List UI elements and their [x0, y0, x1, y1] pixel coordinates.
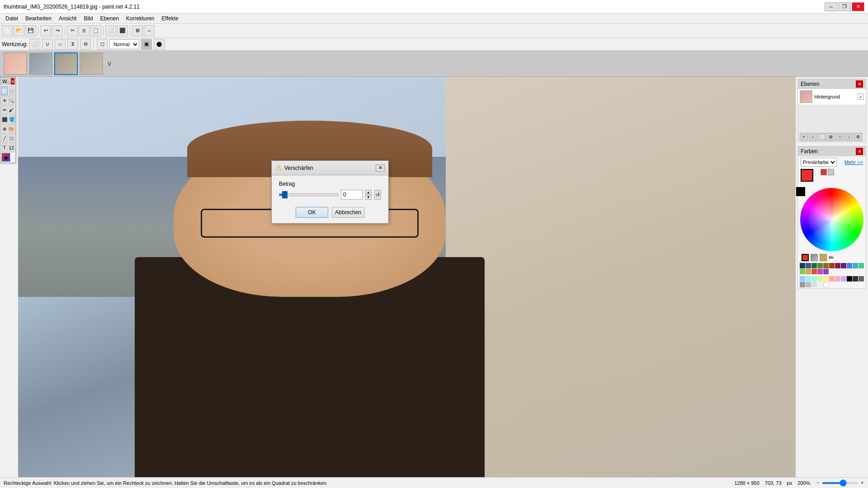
text-tool[interactable]: T — [1, 143, 8, 152]
crop-btn[interactable]: ⬛ — [117, 25, 128, 36]
toolbox-close[interactable]: ✕ — [11, 78, 14, 84]
color-type-select[interactable]: Primärfarbe — [801, 158, 837, 167]
tool-minus[interactable]: ⊖ — [80, 39, 91, 50]
pal-swatch-20[interactable] — [823, 276, 829, 282]
betrag-slider[interactable] — [279, 193, 338, 196]
pal-swatch-2[interactable] — [811, 263, 817, 268]
menu-datei[interactable]: Datei — [2, 14, 22, 23]
shape-tool[interactable]: ⬡ — [9, 134, 15, 143]
pal-swatch-14[interactable] — [817, 269, 823, 274]
dialog-ok-button[interactable]: OK — [296, 207, 328, 218]
zoom-tool[interactable]: 🔍 — [8, 96, 14, 105]
menu-effekte[interactable]: Effekte — [158, 14, 182, 23]
color-wheel[interactable] — [800, 188, 863, 251]
blend-mode-select[interactable]: Normal — [109, 39, 139, 49]
minimize-button[interactable]: ─ — [825, 2, 837, 11]
dialog-cancel-button[interactable]: Abbrechen — [332, 207, 364, 218]
pal-swatch-15[interactable] — [823, 269, 829, 274]
pal-swatch-13[interactable] — [811, 269, 817, 274]
paste-btn[interactable]: 📋 — [90, 25, 101, 36]
pal-swatch-8[interactable] — [847, 263, 852, 268]
feather-icon[interactable]: ◻ — [97, 39, 108, 50]
layer-prop-btn[interactable]: ⚙ — [854, 133, 862, 141]
grid-btn[interactable]: ⊞ — [132, 25, 143, 36]
pal-swatch-29[interactable] — [811, 282, 817, 287]
pal-swatch-28[interactable] — [806, 282, 811, 287]
pal-swatch-17[interactable] — [806, 276, 811, 282]
recolor-tool[interactable]: 🎨 — [8, 124, 14, 133]
close-button[interactable]: ✕ — [852, 2, 864, 11]
tan-swatch[interactable] — [820, 254, 827, 261]
pencil-tool[interactable]: ✏ — [1, 105, 8, 114]
reset-btn[interactable]: ↺ — [374, 190, 382, 200]
layer-row-background[interactable]: Hintergrund ✓ — [798, 89, 866, 105]
tool-rect[interactable]: ⬜ — [29, 39, 40, 50]
pal-swatch-12[interactable] — [806, 269, 811, 274]
pal-swatch-9[interactable] — [853, 263, 858, 268]
quick-swatch-red[interactable] — [821, 169, 827, 175]
pal-swatch-24[interactable] — [847, 276, 852, 282]
layer-down-btn[interactable]: ↓ — [845, 133, 853, 141]
pal-swatch-22[interactable] — [835, 276, 840, 282]
menu-bearbeiten[interactable]: Bearbeiten — [22, 14, 55, 23]
paint-bucket-tool[interactable]: 🪣 — [9, 115, 15, 124]
pal-swatch-1[interactable] — [806, 263, 811, 268]
zoom-out-btn[interactable]: − — [816, 480, 820, 485]
strip-thumb-3[interactable] — [54, 52, 78, 75]
menu-bild[interactable]: Bild — [80, 14, 96, 23]
eraser-tool[interactable]: ⬛ — [1, 115, 8, 124]
layer-dup-btn[interactable]: ⬜ — [818, 133, 826, 141]
layer-add-btn[interactable]: + — [800, 133, 808, 141]
pal-swatch-25[interactable] — [853, 276, 858, 282]
pal-swatch-10[interactable] — [859, 263, 864, 268]
color-btn[interactable]: ▣ — [141, 39, 152, 50]
color-wheel-btn[interactable]: ⬤ — [154, 39, 165, 50]
selection-lasso-tool[interactable]: ◌ — [9, 86, 14, 95]
pal-swatch-4[interactable] — [823, 263, 829, 268]
brush-tool[interactable]: 🖌 — [9, 105, 15, 114]
undo-btn[interactable]: ↩ — [40, 25, 51, 36]
primary-color-box[interactable] — [801, 169, 813, 182]
layer-del-btn[interactable]: − — [809, 133, 817, 141]
dialog-close-button[interactable]: ✕ — [376, 164, 385, 172]
cut-btn[interactable]: ✂ — [67, 25, 78, 36]
pal-swatch-19[interactable] — [817, 276, 823, 282]
pal-swatch-0[interactable] — [800, 263, 805, 268]
deselect-btn[interactable]: ⬜ — [105, 25, 116, 36]
pal-swatch-3[interactable] — [817, 263, 823, 268]
spin-down-btn[interactable]: ▼ — [365, 195, 372, 200]
colors-more-link[interactable]: Mehr >> — [844, 160, 863, 165]
color-wheel-container[interactable] — [800, 188, 863, 251]
save-btn[interactable]: 💾 — [25, 25, 36, 36]
new-btn[interactable]: 📄 — [2, 25, 13, 36]
zoom-slider[interactable] — [822, 482, 858, 484]
line-tool[interactable]: ╱ — [1, 134, 8, 143]
strip-thumb-4[interactable] — [80, 52, 103, 75]
pal-swatch-27[interactable] — [800, 282, 805, 287]
layer-up-btn[interactable]: ↑ — [836, 133, 844, 141]
colors-panel-close[interactable]: ✕ — [856, 148, 863, 155]
pal-swatch-30[interactable] — [817, 282, 823, 287]
pal-swatch-21[interactable] — [829, 276, 835, 282]
tool-union[interactable]: ∪ — [42, 39, 53, 50]
color-picker-tool[interactable]: ◉ — [1, 153, 10, 162]
pal-swatch-6[interactable] — [835, 263, 840, 268]
clone-stamp-tool[interactable]: ⊕ — [1, 124, 7, 133]
gray-swatch[interactable] — [811, 254, 818, 261]
spin-up-btn[interactable]: ▲ — [365, 190, 372, 195]
layers-panel-close[interactable]: ✕ — [856, 80, 863, 88]
pal-swatch-18[interactable] — [811, 276, 817, 282]
strip-thumb-1[interactable] — [4, 52, 27, 75]
pal-swatch-11[interactable] — [800, 269, 805, 274]
strip-expand-btn[interactable]: ∨ — [105, 52, 114, 75]
pal-swatch-5[interactable] — [829, 263, 835, 268]
pal-swatch-23[interactable] — [841, 276, 846, 282]
pal-swatch-26[interactable] — [859, 276, 864, 282]
tool-intersect[interactable]: ∩ — [55, 39, 66, 50]
menu-korrekturen[interactable]: Korrekturen — [123, 14, 158, 23]
resize-btn[interactable]: ↔ — [144, 25, 155, 36]
pal-swatch-31[interactable] — [823, 282, 829, 287]
move-tool[interactable]: ✛ — [1, 96, 7, 105]
active-color-swatch[interactable] — [802, 254, 809, 261]
selection-rect-tool[interactable]: ⬜ — [1, 86, 8, 95]
